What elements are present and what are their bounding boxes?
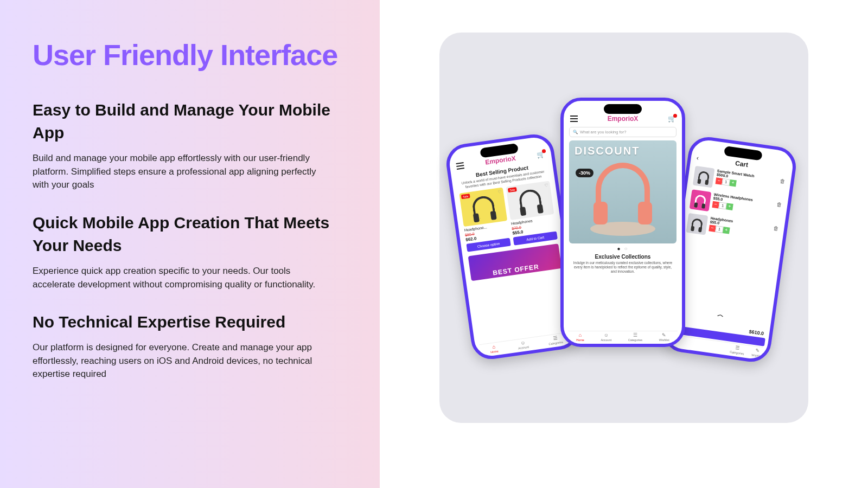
app-brand: EmporioX	[608, 115, 639, 123]
tab-label: Categories	[628, 338, 643, 342]
product-card[interactable]: Sale♡ Headphones $70.0 $55.0 Add to Cart	[506, 181, 557, 245]
sale-badge: Sale	[508, 187, 517, 192]
cart-icon[interactable]	[668, 115, 675, 122]
tab-account[interactable]: ☺Account	[517, 340, 529, 350]
feature-body: Build and manage your mobile app effortl…	[33, 152, 326, 192]
section-title: Exclusive Collections	[569, 254, 676, 260]
expand-icon[interactable]: ︿	[717, 310, 724, 320]
headphones-icon	[471, 195, 495, 219]
heart-icon[interactable]: ♡	[544, 182, 548, 188]
tab-label: Account	[518, 345, 529, 350]
tab-label: Categories	[548, 341, 563, 346]
feature-title: Quick Mobile App Creation That Meets You…	[33, 211, 347, 257]
feature-block: Easy to Build and Manage Your Mobile App…	[33, 99, 347, 192]
cart-title: Cart	[735, 159, 749, 169]
cart-icon[interactable]	[537, 151, 545, 158]
carousel-dots[interactable]: ● ○	[569, 246, 676, 252]
trash-icon[interactable]: 🗑	[776, 201, 782, 208]
qty-plus[interactable]: +	[729, 179, 737, 187]
phone-notch	[604, 104, 642, 114]
account-icon: ☺	[604, 333, 609, 338]
feature-block: Quick Mobile App Creation That Meets You…	[33, 211, 347, 291]
cart-item-image	[693, 166, 715, 188]
product-card[interactable]: Sale♡ Headphone... $80.0 $62.0 Choose op…	[459, 187, 510, 252]
discount-hero[interactable]: DISCOUNT -30%	[569, 140, 676, 243]
tab-label: Wishlist	[751, 354, 762, 358]
feature-body: Experience quick app creation specific t…	[33, 265, 326, 291]
wishlist-icon: ✎	[662, 333, 666, 338]
tab-categories[interactable]: ☰Categories	[730, 345, 745, 356]
mockup-panel: EmporioX Best Selling Product Unlock a w…	[380, 0, 868, 488]
tab-label: Home	[490, 350, 499, 354]
discount-label: DISCOUNT	[575, 145, 671, 157]
feature-block: No Technical Expertise Required Our plat…	[33, 311, 347, 381]
tab-wishlist[interactable]: ✎Wishlist	[751, 348, 763, 358]
heart-icon[interactable]: ♡	[497, 189, 502, 194]
menu-icon[interactable]	[570, 115, 578, 122]
account-icon: ☺	[520, 341, 526, 346]
search-input[interactable]: 🔍 What are you looking for?	[569, 127, 676, 137]
page-title: User Friendly Interface	[33, 38, 347, 72]
trash-icon[interactable]: 🗑	[773, 225, 779, 232]
tab-home[interactable]: ⌂Home	[576, 333, 584, 342]
section-subtitle: Indulge in our meticulously curated excl…	[569, 261, 676, 273]
search-placeholder: What are you looking for?	[580, 130, 626, 134]
headphones-icon	[518, 188, 542, 213]
discount-percent: -30%	[576, 169, 593, 177]
quantity-stepper[interactable]: −1+	[716, 177, 737, 187]
tab-home[interactable]: ⌂Home	[489, 344, 499, 354]
qty-plus[interactable]: +	[723, 227, 730, 234]
bottom-tabbar: ⌂Home ☺Account ☰Categories	[479, 331, 573, 355]
tab-wishlist[interactable]: ✎Wishlist	[659, 333, 669, 342]
tab-label: Categories	[730, 350, 744, 356]
tab-categories[interactable]: ☰Categories	[628, 333, 643, 342]
tab-categories[interactable]: ☰Categories	[548, 335, 564, 346]
qty-plus[interactable]: +	[726, 203, 733, 210]
marketing-panel: User Friendly Interface Easy to Build an…	[0, 0, 380, 488]
tab-label: Wishlist	[659, 338, 669, 342]
cart-item-image	[690, 189, 712, 211]
quantity-stepper[interactable]: −1+	[712, 201, 733, 210]
feature-body: Our platform is designed for everyone. C…	[33, 341, 326, 381]
back-icon[interactable]: ‹	[696, 154, 699, 162]
categories-icon: ☰	[735, 345, 740, 351]
sale-badge: Sale	[461, 194, 470, 199]
trash-icon[interactable]: 🗑	[780, 178, 786, 184]
categories-icon: ☰	[633, 333, 637, 338]
feature-title: Easy to Build and Manage Your Mobile App	[33, 99, 347, 144]
tab-label: Home	[576, 338, 584, 342]
tab-label: Account	[601, 338, 611, 342]
cart-item-image	[686, 213, 709, 235]
feature-title: No Technical Expertise Required	[33, 311, 347, 333]
headphones-icon	[596, 163, 650, 217]
bottom-tabbar: ⌂Home ☺Account ☰Categories ✎Wishlist	[568, 331, 678, 342]
phone-mockup-center: EmporioX 🔍 What are you looking for? DIS…	[560, 98, 685, 347]
home-icon: ⌂	[492, 344, 496, 350]
categories-icon: ☰	[553, 336, 558, 341]
menu-icon[interactable]	[456, 162, 465, 170]
search-icon: 🔍	[573, 130, 578, 134]
quantity-stepper[interactable]: −1+	[709, 224, 730, 234]
wishlist-icon: ✎	[755, 348, 760, 354]
tab-account[interactable]: ☺Account	[601, 333, 611, 342]
home-icon: ⌂	[579, 333, 582, 338]
mockup-card: EmporioX Best Selling Product Unlock a w…	[439, 33, 808, 423]
